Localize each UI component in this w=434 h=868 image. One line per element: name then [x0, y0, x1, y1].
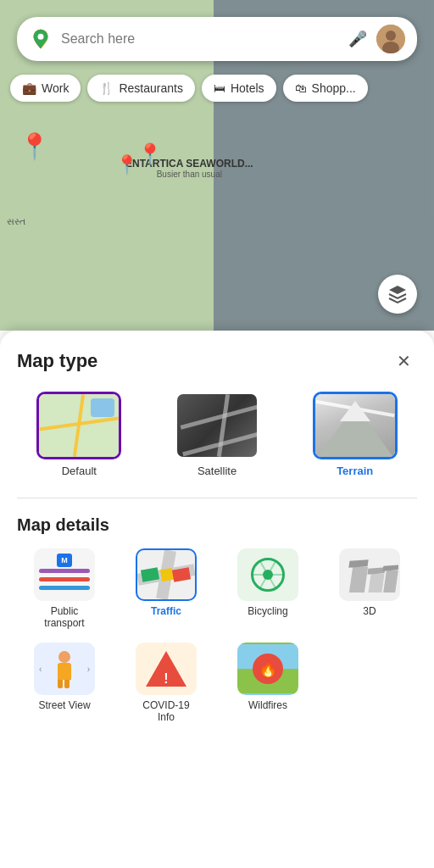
terrain-snow	[340, 401, 370, 421]
divider	[17, 498, 417, 498]
quick-link-hotels[interactable]: 🛏 Hotels	[202, 75, 276, 102]
person-legs	[58, 680, 71, 688]
public-transport-label: Publictransport	[44, 605, 84, 629]
metro-icon: M	[57, 554, 72, 567]
detail-bicycling[interactable]: Bicycling	[220, 548, 315, 629]
covid-thumb: !	[136, 643, 197, 695]
hotels-icon: 🛏	[214, 81, 225, 95]
map-background: Search here 🎤 💼 Work 🍴 Restaurants 🛏 Hot…	[0, 0, 434, 331]
traffic-label: Traffic	[151, 605, 181, 617]
pt-line-red	[39, 577, 90, 581]
street-view-thumb: ‹ ›	[34, 643, 95, 695]
location-pin-blue: 📍	[19, 131, 50, 161]
map-type-satellite-thumb	[175, 392, 259, 459]
detail-public-transport[interactable]: M Publictransport	[17, 548, 112, 629]
work-icon: 💼	[22, 81, 36, 95]
detail-wildfires[interactable]: 🔥 Wildfires	[220, 643, 315, 723]
building-2	[368, 574, 384, 593]
detail-street-view[interactable]: ‹ › Street View	[17, 643, 112, 723]
map-pin-green: 📍	[115, 154, 138, 176]
map-pin-red: 📍	[137, 142, 163, 166]
map-type-default[interactable]: Default	[17, 392, 142, 477]
user-avatar[interactable]	[376, 25, 405, 53]
default-preview	[39, 394, 119, 457]
covid-exclamation: !	[164, 671, 168, 687]
svg-point-2	[386, 31, 396, 41]
person-leg-right	[64, 680, 70, 688]
map-type-default-label: Default	[62, 465, 97, 477]
quick-links-bar: 💼 Work 🍴 Restaurants 🛏 Hotels 🛍 Shopp...	[10, 75, 368, 102]
quick-link-work[interactable]: 💼 Work	[10, 75, 81, 102]
street-view-label: Street View	[38, 699, 90, 711]
map-type-title: Map type	[17, 350, 97, 372]
shopping-icon: 🛍	[295, 81, 307, 95]
bike-hub	[263, 570, 273, 580]
search-bar[interactable]: Search here 🎤	[17, 17, 417, 61]
map-details-row2: ‹ › Street View ! COVID-19Info 🔥 Wildfir…	[17, 643, 417, 723]
building-1-top	[348, 559, 368, 568]
map-type-terrain-label: Terrain	[337, 465, 373, 477]
svg-point-0	[38, 34, 44, 40]
traffic-red	[172, 567, 191, 581]
detail-traffic[interactable]: Traffic	[119, 548, 214, 629]
map-type-default-thumb	[36, 392, 121, 459]
sat-road-1	[181, 404, 259, 429]
detail-covid[interactable]: ! COVID-19Info	[119, 643, 214, 723]
map-details-row1: M Publictransport Traffic	[17, 548, 417, 629]
map-details-title: Map details	[17, 515, 417, 535]
map-type-terrain-thumb	[313, 392, 398, 459]
wildfire-flame-icon: 🔥	[259, 659, 277, 678]
wildfires-label: Wildfires	[248, 699, 287, 711]
quick-link-restaurants[interactable]: 🍴 Restaurants	[87, 75, 194, 102]
building-1	[349, 567, 368, 593]
arrow-left-icon: ‹	[39, 665, 42, 674]
street-view-person	[58, 651, 71, 688]
quick-link-shopping-label: Shopp...	[312, 81, 356, 95]
map-type-grid: Default Satellite Terrain	[17, 392, 417, 477]
map-type-satellite-label: Satellite	[198, 465, 236, 477]
wildfire-circle: 🔥	[253, 654, 283, 684]
pt-line-purple	[39, 569, 90, 573]
quick-link-restaurants-label: Restaurants	[119, 81, 182, 95]
3d-label: 3D	[363, 605, 376, 617]
map-label-gujarati: સસ્ત	[7, 216, 25, 227]
public-transport-thumb: M	[34, 548, 95, 601]
detail-empty	[322, 643, 417, 723]
microphone-icon[interactable]: 🎤	[346, 27, 370, 51]
quick-link-work-label: Work	[42, 81, 69, 95]
3d-thumb	[339, 548, 400, 601]
sat-road-3	[217, 394, 230, 457]
map-type-terrain[interactable]: Terrain	[292, 392, 417, 477]
restaurants-icon: 🍴	[99, 81, 114, 95]
map-type-satellite[interactable]: Satellite	[155, 392, 280, 477]
arrow-right-icon: ›	[87, 665, 90, 674]
bicycling-thumb	[237, 548, 298, 601]
pt-line-blue	[39, 586, 90, 590]
covid-label: COVID-19Info	[142, 699, 189, 723]
layers-button[interactable]	[378, 275, 417, 314]
building-3	[383, 570, 398, 593]
water-area	[91, 398, 114, 417]
person-head	[58, 651, 70, 663]
google-maps-logo	[29, 27, 53, 51]
search-placeholder[interactable]: Search here	[61, 31, 346, 47]
close-button[interactable]: ✕	[390, 348, 417, 375]
place-status: Busier than usual	[125, 170, 253, 179]
wildfire-thumb: 🔥	[237, 643, 298, 695]
person-leg-left	[58, 680, 63, 688]
person-body	[58, 663, 71, 680]
traffic-thumb	[136, 548, 197, 601]
panel-header: Map type ✕	[17, 348, 417, 375]
terrain-preview	[315, 394, 395, 457]
satellite-preview	[177, 394, 257, 457]
map-options-panel: Map type ✕ Default	[0, 331, 434, 868]
detail-3d[interactable]: 3D	[322, 548, 417, 629]
quick-link-hotels-label: Hotels	[231, 81, 264, 95]
bicycling-label: Bicycling	[248, 605, 287, 617]
quick-link-shopping[interactable]: 🛍 Shopp...	[283, 75, 368, 102]
